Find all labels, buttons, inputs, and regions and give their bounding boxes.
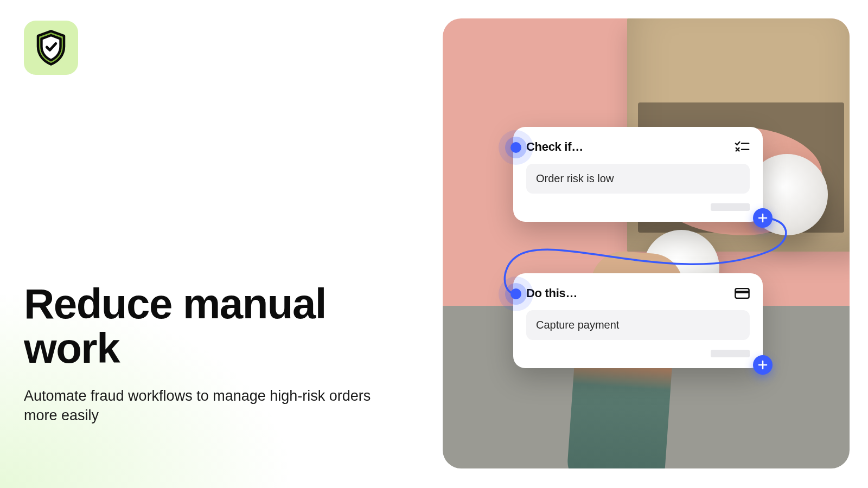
svg-rect-3 bbox=[735, 291, 749, 293]
placeholder-bar bbox=[711, 350, 750, 357]
workflow-node-action bbox=[510, 288, 521, 299]
workflow-action-card: Do this… Capture payment bbox=[513, 273, 763, 368]
page-subtitle: Automate fraud workflows to manage high-… bbox=[24, 386, 382, 426]
page-title: Reduce manual work bbox=[24, 282, 382, 371]
check-card-title: Check if… bbox=[526, 140, 583, 154]
shield-check-icon bbox=[32, 29, 70, 67]
credit-card-icon bbox=[735, 287, 750, 300]
hero-background bbox=[443, 18, 850, 468]
hero-image: Check if… Order risk is low Do this… bbox=[443, 18, 850, 468]
add-step-button[interactable] bbox=[753, 208, 773, 228]
action-card-title: Do this… bbox=[526, 286, 577, 300]
plus-icon bbox=[758, 360, 768, 370]
checklist-icon bbox=[735, 140, 750, 153]
check-condition: Order risk is low bbox=[526, 164, 750, 194]
add-step-button[interactable] bbox=[753, 355, 773, 375]
action-step: Capture payment bbox=[526, 310, 750, 340]
workflow-check-card: Check if… Order risk is low bbox=[513, 127, 763, 222]
app-icon bbox=[24, 21, 78, 75]
workflow-node-start bbox=[510, 142, 521, 153]
plus-icon bbox=[758, 213, 768, 223]
placeholder-bar bbox=[711, 203, 750, 211]
